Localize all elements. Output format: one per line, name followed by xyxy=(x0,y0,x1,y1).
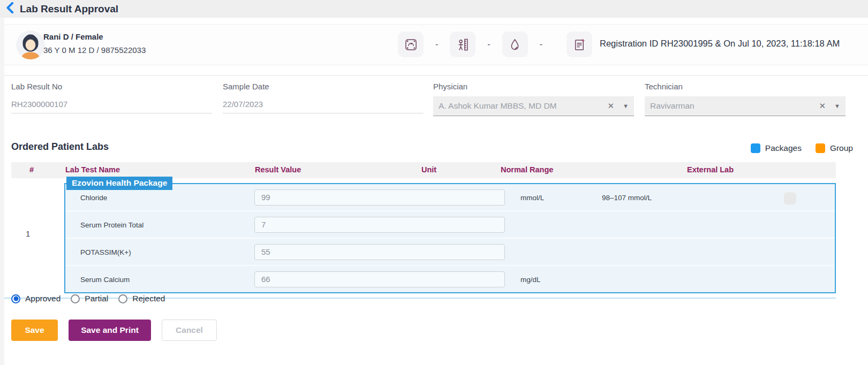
test-name: Serum Protein Total xyxy=(80,220,144,229)
save-and-print-button[interactable]: Save and Print xyxy=(69,320,151,341)
test-unit: mg/dL xyxy=(520,275,541,283)
lab-result-no-label: Lab Result No xyxy=(11,82,212,91)
col-normal-range: Normal Range xyxy=(501,165,553,174)
test-name: Serum Calcium xyxy=(80,275,130,283)
clear-icon[interactable]: ✕ xyxy=(819,101,826,111)
group-row-number: 1 xyxy=(26,229,30,238)
registration-info: Registration ID RH23001995 & On Jul 10, … xyxy=(600,39,840,49)
physician-label: Physician xyxy=(433,82,634,91)
patient-name: Rani D / Female xyxy=(43,32,103,41)
package-group-box: Ezovion Health Package Chloride mmol/L 9… xyxy=(64,183,836,293)
result-value-input[interactable] xyxy=(254,244,505,260)
test-normal-range: 98–107 mmol/L xyxy=(602,193,652,201)
radio-icon[interactable] xyxy=(11,294,20,303)
external-lab-checkbox[interactable] xyxy=(784,192,796,204)
test-unit: mmol/L xyxy=(520,193,544,201)
blood-drop-icon xyxy=(502,32,528,57)
col-unit: Unit xyxy=(421,165,436,174)
save-button[interactable]: Save xyxy=(11,320,58,341)
weight-scale-icon xyxy=(398,32,424,57)
cancel-button[interactable]: Cancel xyxy=(162,320,217,341)
height-value: - xyxy=(487,40,490,49)
physician-select[interactable]: A. Ashok Kumar MBBS, MD DM ✕ ▼ xyxy=(433,96,634,116)
weight-value: - xyxy=(435,40,438,49)
result-value-input[interactable] xyxy=(254,189,505,206)
sample-date-field: Sample Date 22/07/2023 xyxy=(223,82,424,113)
legend-group: Group xyxy=(816,143,853,153)
height-scale-icon xyxy=(450,32,475,57)
lab-result-no-field: Lab Result No RH2300000107 xyxy=(11,82,212,113)
result-value-input[interactable] xyxy=(254,217,505,233)
physician-field: Physician A. Ashok Kumar MBBS, MD DM ✕ ▼ xyxy=(433,82,634,116)
sample-date-value[interactable]: 22/07/2023 xyxy=(223,100,424,113)
test-name: POTASSIM(K+) xyxy=(80,248,131,256)
radio-icon[interactable] xyxy=(118,294,127,303)
chevron-down-icon[interactable]: ▼ xyxy=(623,103,629,109)
group-swatch xyxy=(816,143,825,153)
col-row-no: # xyxy=(29,165,34,174)
legend-packages: Packages xyxy=(751,143,802,153)
table-row: Serum Calcium mg/dL xyxy=(65,265,835,292)
technician-value: Ravivarman xyxy=(650,101,819,111)
patient-avatar xyxy=(16,31,45,59)
col-lab-test-name: Lab Test Name xyxy=(65,165,120,174)
radio-approved[interactable]: Approved xyxy=(11,294,61,303)
left-gutter xyxy=(0,18,4,365)
patient-age-phone: 36 Y 0 M 12 D / 9875522033 xyxy=(43,45,146,55)
chevron-down-icon[interactable]: ▼ xyxy=(834,103,840,109)
labs-table-header: # Lab Test Name Result Value Unit Normal… xyxy=(11,162,836,178)
patient-vitals: - - - xyxy=(398,32,554,57)
technician-field: Technician Ravivarman ✕ ▼ xyxy=(645,82,846,116)
legend: Packages Group xyxy=(751,143,853,153)
result-value-input[interactable] xyxy=(254,271,505,287)
back-button[interactable] xyxy=(6,2,14,16)
radio-icon[interactable] xyxy=(71,294,80,303)
clear-icon[interactable]: ✕ xyxy=(608,101,615,111)
technician-select[interactable]: Ravivarman ✕ ▼ xyxy=(645,96,846,116)
table-row: POTASSIM(K+) xyxy=(65,238,835,265)
section-divider xyxy=(4,75,868,76)
page-title: Lab Result Approval xyxy=(20,3,118,15)
technician-label: Technician xyxy=(645,82,846,91)
action-buttons: Save Save and Print Cancel xyxy=(11,320,217,341)
chevron-left-icon xyxy=(6,2,14,16)
patient-info-bar: Rani D / Female 36 Y 0 M 12 D / 98755220… xyxy=(4,24,868,65)
registration-doc-icon xyxy=(567,32,592,57)
approval-status-group: Approved Partial Rejected xyxy=(11,294,165,303)
lab-result-approval-page: Lab Result Approval Rani D / Female 36 Y… xyxy=(0,0,868,365)
packages-swatch xyxy=(751,143,760,153)
test-name: Chloride xyxy=(80,193,107,201)
lab-result-no-value[interactable]: RH2300000107 xyxy=(11,100,212,113)
title-bar: Lab Result Approval xyxy=(0,0,868,18)
table-row: Chloride mmol/L 98–107 mmol/L xyxy=(65,184,835,210)
blood-group-value: - xyxy=(540,40,542,49)
radio-rejected[interactable]: Rejected xyxy=(118,294,165,303)
sample-date-label: Sample Date xyxy=(223,82,424,91)
col-result-value: Result Value xyxy=(255,165,301,174)
col-external-lab: External Lab xyxy=(687,165,734,174)
table-row: Serum Protein Total xyxy=(65,210,835,238)
radio-partial[interactable]: Partial xyxy=(71,294,108,303)
ordered-patient-labs-title: Ordered Patient Labs xyxy=(11,141,109,153)
physician-value: A. Ashok Kumar MBBS, MD DM xyxy=(439,101,608,111)
